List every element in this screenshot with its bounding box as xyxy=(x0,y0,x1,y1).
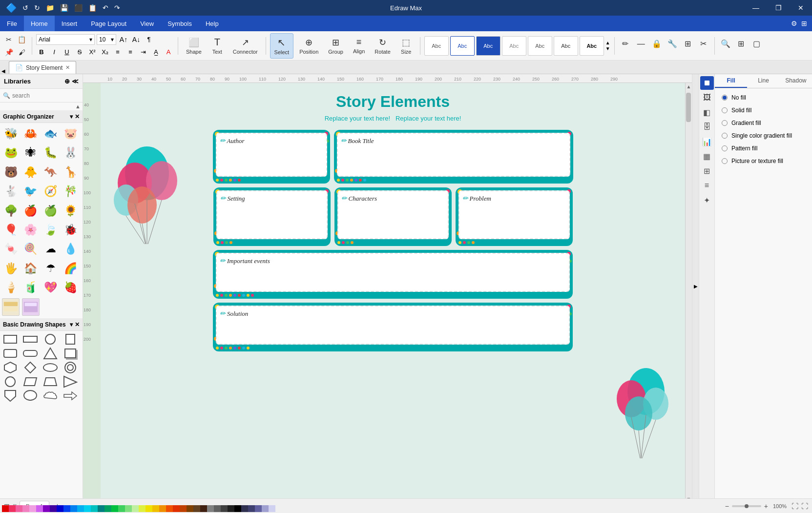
basic-oval[interactable] xyxy=(42,361,59,374)
fill-option-single-gradient[interactable]: Single color gradient fill xyxy=(719,130,808,141)
shape-item-tree[interactable]: 🌳 xyxy=(2,202,20,220)
color-swatch-green-teal[interactable] xyxy=(104,505,111,512)
database-icon-btn[interactable]: 🗄 xyxy=(700,120,714,134)
color-swatch-orange[interactable] xyxy=(159,505,166,512)
style-thumb-2[interactable]: Abc xyxy=(450,36,475,56)
color-swatch-blue[interactable] xyxy=(63,505,70,512)
basic-expand-icon[interactable]: ▾ xyxy=(70,321,73,328)
lock-btn[interactable]: 🔒 xyxy=(650,37,664,51)
card-characters[interactable]: ✏ Characters xyxy=(334,187,452,246)
shape-item-balloon[interactable]: 🎈 xyxy=(2,221,20,239)
paragraph-btn[interactable]: ¶ xyxy=(144,34,154,45)
group-btn[interactable]: ⊞ Group xyxy=(324,33,347,59)
indent-btn[interactable]: ⇥ xyxy=(138,47,148,58)
card-author[interactable]: ✏ Author xyxy=(213,130,330,184)
shape-item-candy[interactable]: 🍬 xyxy=(2,240,20,258)
shape-tool-btn[interactable]: ⬜ Shape xyxy=(182,33,206,59)
color-swatch-green-pale[interactable] xyxy=(132,505,139,512)
shape-item-drop[interactable]: 💧 xyxy=(62,240,79,258)
color-swatch-black[interactable] xyxy=(234,505,241,512)
card-solution-inner[interactable]: ✏ Solution xyxy=(216,306,570,345)
fill-tab-fill[interactable]: Fill xyxy=(715,74,747,88)
card-characters-inner[interactable]: ✏ Characters xyxy=(337,190,449,239)
font-size-dropdown[interactable]: 10 ▾ xyxy=(97,34,116,45)
color-swatch-purple[interactable] xyxy=(36,505,43,512)
fill-icon-btn[interactable] xyxy=(700,76,714,90)
color-swatch-red-orange[interactable] xyxy=(173,505,180,512)
shape-item-bunny[interactable]: 🐰 xyxy=(62,144,79,162)
shape-item-bear[interactable]: 🐻 xyxy=(2,164,20,181)
style-thumb-5[interactable]: Abc xyxy=(528,36,552,56)
basic-rect-wide[interactable] xyxy=(22,333,39,346)
shape-item-house[interactable]: 🏠 xyxy=(22,260,40,277)
menu-help[interactable]: Help xyxy=(199,16,226,31)
zoom-slider[interactable] xyxy=(732,505,761,507)
color-swatch-slate-light[interactable] xyxy=(262,505,269,512)
nav-forward-btn[interactable]: ↻ xyxy=(32,3,42,13)
card-setting[interactable]: ✏ Setting xyxy=(213,187,331,246)
color-swatch-violet[interactable] xyxy=(43,505,50,512)
section-expand-icon[interactable]: ▾ xyxy=(70,113,73,120)
save-btn[interactable]: 💾 xyxy=(58,3,70,13)
fill-option-pattern[interactable]: Pattern fill xyxy=(719,143,808,154)
superscript-btn[interactable]: X² xyxy=(87,47,98,58)
shape-template-2[interactable] xyxy=(22,298,40,316)
story-title[interactable]: Story Elements xyxy=(120,93,666,111)
tab-story-element[interactable]: 📄 Story Element ✕ xyxy=(9,61,76,74)
color-swatch-cyan-light[interactable] xyxy=(84,505,91,512)
sidebar-collapse-icon[interactable]: ≪ xyxy=(72,78,79,85)
presentation-icon-btn[interactable]: ⊞ xyxy=(700,164,714,178)
color-swatch-pink[interactable] xyxy=(16,505,22,512)
menu-home[interactable]: Home xyxy=(24,16,55,31)
color-swatch-teal[interactable] xyxy=(91,505,98,512)
color-swatch-lavender[interactable] xyxy=(269,505,275,512)
image-icon-btn[interactable]: 🖼 xyxy=(700,91,714,104)
right-collapse-btn[interactable]: ▶ xyxy=(692,74,699,498)
style-thumb-1[interactable]: Abc xyxy=(424,36,449,56)
section-basic-shapes[interactable]: Basic Drawing Shapes ▾ ✕ xyxy=(0,318,83,331)
shape-item-sun[interactable]: 🌻 xyxy=(62,202,79,220)
fill-option-picture[interactable]: Picture or texture fill xyxy=(719,156,808,166)
wrench-btn[interactable]: 🔧 xyxy=(666,37,679,51)
fill-tab-shadow[interactable]: Shadow xyxy=(780,74,812,88)
layout-btn[interactable]: ⊞ xyxy=(681,37,695,51)
shape-item-bee[interactable]: 🐝 xyxy=(2,125,20,143)
color-swatch-gray-med[interactable] xyxy=(207,505,214,512)
basic-circle[interactable] xyxy=(42,333,59,346)
shape-item-candy-cane[interactable]: 🎋 xyxy=(62,183,79,200)
shape-item-leaf[interactable]: 🍃 xyxy=(42,221,60,239)
minimize-btn[interactable]: — xyxy=(745,0,767,16)
canvas-content[interactable]: Story Elements Replace your text here! R… xyxy=(101,83,685,498)
shape-item-frog[interactable]: 🐸 xyxy=(2,144,20,162)
shape-item-bird[interactable]: 🐦 xyxy=(22,183,40,200)
style-thumb-6[interactable]: Abc xyxy=(554,36,578,56)
basic-arrow[interactable] xyxy=(62,390,79,402)
format-painter-btn[interactable]: 🖌 xyxy=(16,46,28,58)
shape-item-popsicle[interactable]: 🧃 xyxy=(22,279,40,296)
size-btn[interactable]: ⬚ Size xyxy=(396,33,416,59)
shape-item-duck[interactable]: 🐥 xyxy=(22,164,40,181)
font-color-btn[interactable]: A xyxy=(163,47,174,58)
color-swatch-indigo[interactable] xyxy=(50,505,57,512)
zoom-slider-thumb[interactable] xyxy=(745,504,749,508)
select-tool-btn[interactable]: ↖ Select xyxy=(270,33,294,59)
sidebar-collapse-btn[interactable]: ◀ xyxy=(0,68,7,74)
shape-item-compass[interactable]: 🧭 xyxy=(42,183,60,200)
close-btn[interactable]: ✕ xyxy=(790,0,812,16)
search-toolbar-btn[interactable]: 🔍 xyxy=(719,37,732,51)
shape-template-1[interactable] xyxy=(2,298,20,316)
color-swatch-gray-dark[interactable] xyxy=(214,505,221,512)
menu-page-layout[interactable]: Page Layout xyxy=(84,16,133,31)
color-swatch-blue-light[interactable] xyxy=(77,505,84,512)
color-swatch-gray-darker[interactable] xyxy=(221,505,228,512)
shape-item-apple-red[interactable]: 🍎 xyxy=(22,202,40,220)
section-close-icon[interactable]: ✕ xyxy=(75,113,80,120)
color-swatch-orange-red[interactable] xyxy=(166,505,173,512)
table-icon-btn[interactable]: ▦ xyxy=(700,149,714,163)
fill-option-gradient[interactable]: Gradient fill xyxy=(719,118,808,128)
shape-item-flower[interactable]: 🌸 xyxy=(22,221,40,239)
menu-file[interactable]: File xyxy=(0,16,24,31)
color-swatch-yellow-green[interactable] xyxy=(139,505,146,512)
basic-rect-shadow[interactable] xyxy=(62,347,79,360)
color-swatch-teal-dark[interactable] xyxy=(98,505,104,512)
